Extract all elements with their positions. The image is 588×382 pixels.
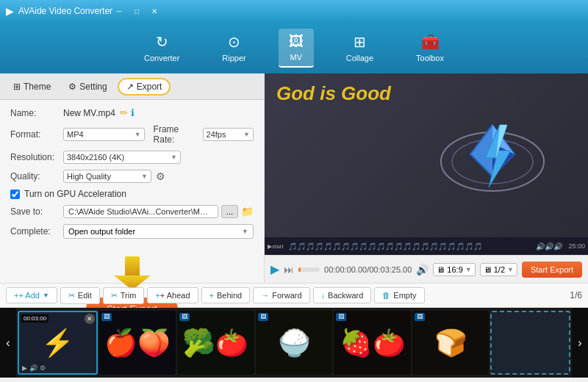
- complete-select[interactable]: Open output folder ▼: [63, 224, 254, 239]
- video-thumb-1: ⚡: [41, 328, 74, 358]
- edit-scissors-icon: ✂: [68, 291, 75, 300]
- behind-icon: +: [209, 291, 214, 300]
- gpu-row: Turn on GPU Acceleration: [10, 189, 254, 199]
- complete-arrow-icon: ▼: [242, 228, 248, 235]
- timeline-prev-button[interactable]: ‹: [0, 308, 16, 378]
- save-row: Save to: C:\AVAide Studio\AVAi...Convert…: [10, 205, 254, 218]
- gpu-label: Turn on GPU Acceleration: [24, 189, 126, 199]
- backward-icon: ↓: [321, 291, 326, 300]
- aspect-arrow-icon: ▼: [465, 266, 472, 273]
- time-display: 00:00:00.00/00:03:25.00: [324, 265, 412, 274]
- settings-ctrl-icon[interactable]: ⚙: [40, 364, 46, 372]
- volume-icon[interactable]: 🔊: [416, 264, 429, 275]
- down-arrow-icon: [110, 255, 154, 292]
- video-preview: God is Good: [265, 73, 588, 255]
- play-ctrl-icon[interactable]: ▶: [22, 364, 27, 372]
- minimize-button[interactable]: ─: [112, 5, 126, 17]
- setting-label: Setting: [79, 82, 107, 92]
- close-item-1-button[interactable]: ✕: [85, 314, 95, 324]
- collage-icon: ⊞: [354, 33, 366, 51]
- timeline-item-5[interactable]: 🖼 🍓🍅: [334, 311, 411, 375]
- export-label: Export: [137, 82, 162, 92]
- theme-label: Theme: [24, 82, 51, 92]
- tab-export[interactable]: ↗ Export: [118, 78, 171, 96]
- main-content: ⊞ Theme ⚙ Setting ↗ Export Name: New MV.…: [0, 73, 588, 283]
- tab-theme[interactable]: ⊞ Theme: [6, 79, 58, 94]
- export-form: Name: New MV.mp4 ✏ ℹ Format: MP4 ▼ Frame…: [0, 100, 264, 246]
- quality-select[interactable]: High Quality ▼: [63, 170, 151, 183]
- mv-icon: 🖼: [289, 33, 304, 50]
- timeline-item-2[interactable]: 🖼 🍎🍑: [99, 311, 176, 375]
- framerate-select[interactable]: 24fps ▼: [203, 128, 254, 141]
- backward-button[interactable]: ↓ Backward: [313, 287, 372, 303]
- type-badge-2: 🖼: [101, 313, 112, 321]
- toolbar-collage[interactable]: ⊞ Collage: [336, 29, 384, 67]
- resolution-row: Resolution: 3840x2160 (4K) ▼: [10, 151, 254, 164]
- video-title: God is Good: [276, 82, 391, 105]
- page-select[interactable]: 🖥 1/2 ▼: [480, 263, 517, 276]
- folder-icon[interactable]: 📁: [241, 206, 254, 217]
- edit-name-icon[interactable]: ✏: [120, 107, 128, 118]
- timeline-item-1[interactable]: 00:03:00 ✕ ⚡ ▶ 🔊 ⚙: [18, 311, 98, 375]
- timeline-item-4[interactable]: 🖼 🍚: [256, 311, 333, 375]
- right-panel: God is Good: [265, 73, 588, 283]
- format-row: Format: MP4 ▼ Frame Rate: 24fps ▼: [10, 124, 254, 145]
- monitor-icon: 🖥: [484, 265, 492, 274]
- toolbar-converter[interactable]: ↻ Converter: [134, 29, 190, 67]
- add-arrow-icon: ▼: [43, 292, 49, 299]
- gpu-checkbox[interactable]: [10, 190, 20, 199]
- svg-rect-0: [125, 256, 140, 277]
- theme-grid-icon: ⊞: [13, 82, 21, 92]
- page-indicator: 1/6: [570, 290, 582, 300]
- behind-button[interactable]: + Behind: [201, 287, 251, 303]
- video-thumb-4: 🍚: [278, 328, 311, 358]
- window-controls[interactable]: ─ □ ✕: [112, 5, 161, 17]
- toolbar-mv[interactable]: 🖼 MV: [279, 29, 314, 68]
- converter-label: Converter: [144, 54, 179, 62]
- format-label: Format:: [10, 129, 63, 140]
- type-badge-3: 🖼: [179, 313, 190, 321]
- lightning-graphic: [434, 103, 551, 220]
- volume-ctrl-icon[interactable]: 🔊: [29, 364, 37, 372]
- resolution-select[interactable]: 3840x2160 (4K) ▼: [63, 151, 181, 164]
- progress-bar[interactable]: [298, 267, 320, 272]
- ahead-button[interactable]: + + Ahead: [147, 287, 198, 303]
- setting-gear-icon: ⚙: [68, 82, 76, 92]
- toolbar-toolbox[interactable]: 🧰 Toolbox: [406, 29, 454, 67]
- forward-icon: →: [261, 291, 269, 300]
- framerate-label: Frame Rate:: [154, 124, 198, 145]
- converter-icon: ↻: [156, 33, 168, 51]
- timeline-item-3[interactable]: 🖼 🥦🍅: [177, 311, 254, 375]
- trim-icon: ✂: [111, 291, 118, 300]
- type-badge-5: 🖼: [336, 313, 346, 321]
- tab-setting[interactable]: ⚙ Setting: [61, 79, 114, 94]
- timeline-item-7[interactable]: [490, 311, 570, 375]
- start-export-right-button[interactable]: Start Export: [522, 262, 582, 278]
- item-controls-1: ▶ 🔊 ⚙: [22, 364, 46, 372]
- edit-button[interactable]: ✂ Edit: [60, 287, 100, 304]
- forward-button[interactable]: → Forward: [253, 287, 309, 303]
- trim-button[interactable]: ✂ Trim: [103, 287, 145, 304]
- name-value: New MV.mp4: [63, 108, 115, 118]
- resolution-label: Resolution:: [10, 152, 63, 162]
- info-icon[interactable]: ℹ: [131, 107, 135, 118]
- name-label: Name:: [10, 108, 63, 118]
- video-thumb-2: 🍎🍑: [104, 328, 171, 358]
- quality-settings-icon[interactable]: ⚙: [156, 170, 165, 182]
- timeline-item-6[interactable]: 🖼 🍞: [412, 311, 490, 375]
- format-arrow-icon: ▼: [135, 131, 141, 138]
- browse-button[interactable]: ...: [221, 205, 238, 218]
- empty-button[interactable]: 🗑 Empty: [374, 287, 424, 303]
- close-button[interactable]: ✕: [148, 5, 161, 17]
- add-button[interactable]: + + Add ▼: [6, 287, 57, 303]
- timeline-next-button[interactable]: ›: [572, 308, 588, 378]
- playback-bar: ▶ ⏭ 00:00:00.00/00:03:25.00 🔊 🖥 16:9 ▼ 🖥…: [265, 255, 588, 283]
- time-badge-1: 00:03:00: [21, 314, 49, 322]
- complete-value: Open output folder: [68, 227, 135, 236]
- maximize-button[interactable]: □: [130, 5, 143, 17]
- play-button[interactable]: ▶: [270, 262, 279, 276]
- aspect-ratio-select[interactable]: 🖥 16:9 ▼: [433, 263, 475, 276]
- format-select[interactable]: MP4 ▼: [63, 128, 145, 141]
- toolbar-ripper[interactable]: ⊙ Ripper: [212, 29, 256, 67]
- skip-button[interactable]: ⏭: [284, 264, 294, 275]
